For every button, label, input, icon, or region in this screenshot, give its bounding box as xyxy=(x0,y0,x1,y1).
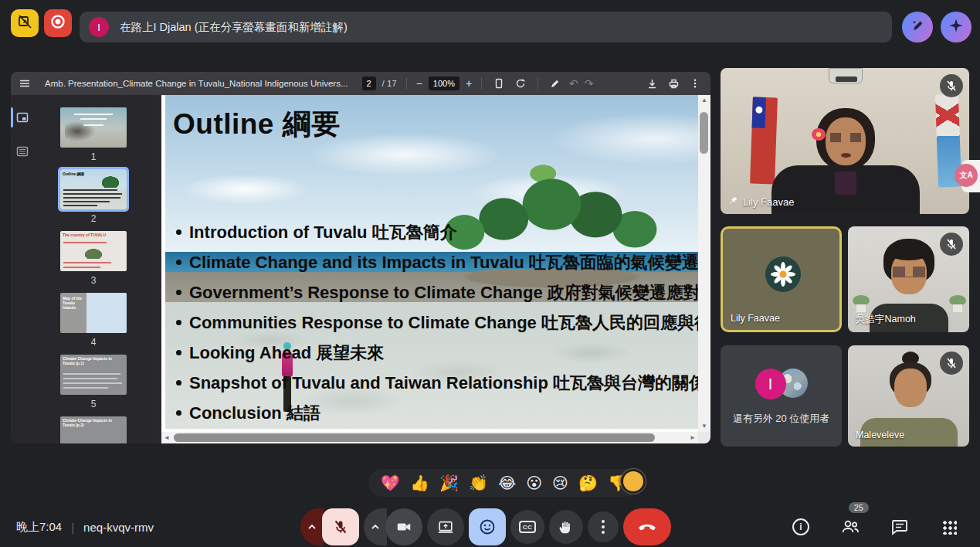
video-tile-lily-faavae-avatar-speaking[interactable]: Lily Faavae xyxy=(721,226,842,332)
more-options-button[interactable] xyxy=(588,511,619,542)
taiwan-flag xyxy=(750,97,778,184)
mic-control-group xyxy=(300,508,359,545)
mic-muted-button[interactable] xyxy=(322,508,359,545)
pdf-viewer-window: Amb. Presentation_Climate Change in Tuva… xyxy=(11,72,710,443)
reaction-emoji[interactable]: 👏 xyxy=(469,475,488,491)
reaction-emoji[interactable]: 😂 xyxy=(498,475,516,491)
record-icon xyxy=(49,13,66,33)
toolbar-divider xyxy=(481,77,482,90)
thumbnail-page-5[interactable]: Climate Change Impacts in Tuvalu (p.1) xyxy=(60,355,127,395)
undo-icon[interactable]: ↶ xyxy=(569,77,578,90)
meeting-details-button[interactable]: i xyxy=(784,508,818,545)
horizontal-scrollbar[interactable]: ◄ ► xyxy=(161,432,698,443)
participant-count-badge: 25 xyxy=(849,502,869,513)
mic-muted-indicator xyxy=(940,74,963,97)
pdf-toolbar: Amb. Presentation_Climate Change in Tuva… xyxy=(11,72,710,95)
rotate-icon[interactable] xyxy=(513,76,528,91)
thumb-text-line xyxy=(63,382,122,384)
video-tile-namoh[interactable]: 吳皓宇Namoh xyxy=(848,226,969,332)
translate-icon[interactable]: 文A xyxy=(955,164,978,187)
gemini-button[interactable] xyxy=(941,12,972,42)
scroll-right-arrow[interactable]: ► xyxy=(687,432,698,443)
scroll-left-arrow[interactable]: ◄ xyxy=(161,432,172,443)
vertical-scroll-thumb[interactable] xyxy=(700,112,708,154)
page-number-input[interactable]: 2 xyxy=(362,76,376,90)
print-icon[interactable] xyxy=(666,76,681,91)
fit-page-icon[interactable] xyxy=(491,76,507,91)
activities-button[interactable] xyxy=(932,508,966,545)
download-icon[interactable] xyxy=(644,76,660,91)
captions-button[interactable]: CC xyxy=(510,510,544,544)
thumbnail-number: 4 xyxy=(34,337,153,348)
menu-icon[interactable] xyxy=(17,76,32,91)
redo-icon[interactable]: ↷ xyxy=(585,77,594,90)
more-users-label: 還有另外 20 位使用者 xyxy=(721,412,842,426)
avatar: I xyxy=(755,369,786,399)
camera-button[interactable] xyxy=(385,508,422,545)
video-tile-lily-faavae-pinned[interactable]: Lily Faavae xyxy=(721,68,969,214)
people-icon xyxy=(840,517,860,537)
reaction-bar: 💖 👍 🎉 👏 😂 😮 😢 🤔 👎 xyxy=(368,469,639,497)
zoom-in-button[interactable]: + xyxy=(466,77,472,90)
divider: | xyxy=(71,521,74,534)
thumbnail-page-6[interactable]: Climate Change Impacts in Tuvalu (p.2) xyxy=(60,416,127,443)
participant-face xyxy=(894,369,927,407)
scroll-down-arrow[interactable]: ▼ xyxy=(698,421,710,432)
reaction-emoji[interactable]: 💖 xyxy=(381,475,400,491)
chat-icon xyxy=(890,518,909,536)
reaction-emoji[interactable]: 🤔 xyxy=(578,475,598,491)
thumb-title: The country of TUVALU xyxy=(63,233,106,237)
mic-muted-indicator xyxy=(940,233,963,256)
glasses xyxy=(830,133,861,142)
zoom-level-display: 100% xyxy=(429,76,459,90)
thumbnail-page-3[interactable]: The country of TUVALU xyxy=(60,231,127,271)
reaction-emoji[interactable]: 👍 xyxy=(410,475,429,491)
thumbnail-number: 3 xyxy=(34,275,153,286)
participant-name-label: Maleveleve xyxy=(856,430,904,440)
zoom-out-button[interactable]: − xyxy=(416,77,422,90)
reactions-button-active[interactable] xyxy=(469,508,506,545)
thumb-text-line xyxy=(63,267,100,268)
plant-pot xyxy=(953,304,962,312)
annotation-disabled-button[interactable] xyxy=(11,9,39,37)
screen-share-notification[interactable]: I 在路上I Djalan (正在分享螢幕畫面和新增註解) xyxy=(80,12,892,42)
annotate-pen-button[interactable] xyxy=(902,12,933,42)
more-options-icon[interactable] xyxy=(687,76,703,91)
present-screen-button[interactable] xyxy=(427,508,464,545)
thumbnail-page-4[interactable]: Map of the Tuvalu Islands xyxy=(60,293,127,333)
leave-call-button[interactable] xyxy=(623,508,671,545)
annotation-off-icon xyxy=(17,14,32,32)
thumb-text-line xyxy=(63,262,111,263)
thumb-title: Climate Change Impacts in Tuvalu (p.2) xyxy=(63,418,124,427)
record-button[interactable] xyxy=(44,9,72,37)
video-tile-maleveleve[interactable]: Maleveleve xyxy=(848,345,969,447)
plant-pot xyxy=(856,304,866,312)
chat-panel-button[interactable] xyxy=(883,508,917,545)
scroll-up-arrow[interactable]: ▲ xyxy=(698,95,710,106)
thumb-text-line xyxy=(63,373,120,375)
thumbnails-panel-button[interactable] xyxy=(11,106,34,129)
thumbnail-page-2-selected[interactable]: Outline 綱要 xyxy=(60,169,127,209)
meeting-info: 晚上7:04 | neq-kvqv-rmv xyxy=(16,520,154,535)
stacked-avatars: I xyxy=(721,369,842,399)
slide-bullet: Snapshot of Tuvalu and Taiwan Relationsh… xyxy=(175,368,698,398)
outline-panel-button[interactable] xyxy=(11,140,34,163)
reaction-emoji[interactable]: 😮 xyxy=(526,475,542,491)
skin-tone-selector[interactable] xyxy=(623,471,643,491)
horizontal-scroll-thumb[interactable] xyxy=(174,433,655,442)
mic-options-chevron[interactable] xyxy=(300,508,324,545)
video-tile-more-users[interactable]: I 還有另外 20 位使用者 xyxy=(721,345,842,447)
reaction-emoji[interactable]: 😢 xyxy=(552,475,568,491)
thumbnail-page-1[interactable] xyxy=(60,107,127,148)
reaction-emoji[interactable]: 🎉 xyxy=(439,475,459,491)
camera-options-chevron[interactable] xyxy=(364,508,387,545)
pdf-side-rail xyxy=(11,95,34,443)
pdf-document-title: Amb. Presentation_Climate Change in Tuva… xyxy=(45,79,348,88)
active-panel-indicator xyxy=(11,107,13,127)
thumb-text-line xyxy=(80,118,107,120)
thumb-island xyxy=(100,175,120,188)
vertical-scrollbar[interactable]: ▲ ▼ xyxy=(698,95,710,432)
people-panel-button[interactable]: 25 xyxy=(833,508,867,545)
annotate-icon[interactable] xyxy=(548,76,563,91)
raise-hand-button[interactable] xyxy=(549,510,583,544)
